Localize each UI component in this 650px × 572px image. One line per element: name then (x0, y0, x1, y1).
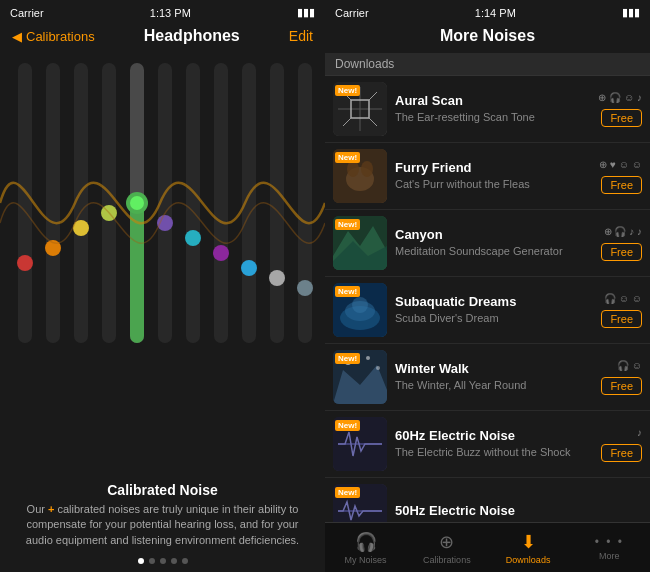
dot-1 (138, 558, 144, 564)
noise-name-aural: Aural Scan (395, 93, 590, 108)
right-battery-icon: ▮▮▮ (622, 6, 640, 19)
tab-calibrations[interactable]: ⊕ Calibrations (406, 531, 487, 565)
back-button[interactable]: ◀ Calibrations (12, 29, 95, 44)
left-nav-bar: ◀ Calibrations Headphones Edit (0, 23, 325, 53)
noise-name-50hz: 50Hz Electric Noise (395, 503, 634, 518)
noise-right-aural: ⊕ 🎧 ☺ ♪ Free (598, 92, 642, 127)
noise-desc-subaquatic: Scuba Diver's Dream (395, 311, 593, 325)
battery-icon: ▮▮▮ (297, 6, 315, 19)
tab-more[interactable]: • • • More (569, 535, 650, 561)
bottom-text-area: Calibrated Noise Our + calibrated noises… (0, 474, 325, 552)
noise-name-furry: Furry Friend (395, 160, 591, 175)
noise-item-aural: New! Aural Scan The Ear-resetting Scan T… (325, 76, 650, 143)
noise-right-60hz: ♪ Free (601, 427, 642, 462)
noise-info-subaquatic: Subaquatic Dreams Scuba Diver's Dream (395, 294, 593, 325)
svg-rect-4 (102, 63, 116, 343)
svg-rect-5 (130, 63, 144, 343)
noise-thumb-winter: New! (333, 350, 387, 404)
svg-point-16 (45, 240, 61, 256)
noise-icons-subaquatic: 🎧 ☺ ☺ (604, 293, 642, 304)
svg-rect-1 (18, 63, 32, 343)
svg-rect-12 (130, 203, 144, 343)
new-badge-50hz: New! (335, 487, 360, 498)
noise-icons-winter: 🎧 ☺ (617, 360, 642, 371)
dot-5 (182, 558, 188, 564)
tab-downloads[interactable]: ⬇ Downloads (488, 531, 569, 565)
svg-rect-11 (298, 63, 312, 343)
svg-point-18 (101, 205, 117, 221)
more-icon: • • • (595, 535, 624, 549)
right-time: 1:14 PM (475, 7, 516, 19)
edit-button[interactable]: Edit (289, 28, 313, 44)
free-button-subaquatic[interactable]: Free (601, 310, 642, 328)
noise-desc-winter: The Winter, All Year Round (395, 378, 593, 392)
noise-desc-aural: The Ear-resetting Scan Tone (395, 110, 590, 124)
noise-right-canyon: ⊕ 🎧 ♪ ♪ Free (601, 226, 642, 261)
back-label: Calibrations (26, 29, 95, 44)
noise-item-60hz: New! 60Hz Electric Noise The Electric Bu… (325, 411, 650, 478)
svg-point-22 (241, 260, 257, 276)
noise-name-winter: Winter Walk (395, 361, 593, 376)
free-button-winter[interactable]: Free (601, 377, 642, 395)
noise-right-subaquatic: 🎧 ☺ ☺ Free (601, 293, 642, 328)
noise-thumb-50hz: New! (333, 484, 387, 522)
free-button-aural[interactable]: Free (601, 109, 642, 127)
noise-icons-60hz: ♪ (637, 427, 642, 438)
svg-point-15 (17, 255, 33, 271)
dot-2 (149, 558, 155, 564)
noise-right-winter: 🎧 ☺ Free (601, 360, 642, 395)
noise-name-canyon: Canyon (395, 227, 593, 242)
free-button-furry[interactable]: Free (601, 176, 642, 194)
noise-desc-60hz: The Electric Buzz without the Shock (395, 445, 593, 459)
noise-info-60hz: 60Hz Electric Noise The Electric Buzz wi… (395, 428, 593, 459)
noise-right-furry: ⊕ ♥ ☺ ☺ Free (599, 159, 642, 194)
noise-desc-furry: Cat's Purr without the Fleas (395, 177, 591, 191)
noise-name-subaquatic: Subaquatic Dreams (395, 294, 593, 309)
free-button-canyon[interactable]: Free (601, 243, 642, 261)
tab-my-noises[interactable]: 🎧 My Noises (325, 531, 406, 565)
noise-info-winter: Winter Walk The Winter, All Year Round (395, 361, 593, 392)
section-header: Downloads (325, 53, 650, 76)
eq-area (0, 53, 325, 474)
noise-item-canyon: New! Canyon Meditation Soundscape Genera… (325, 210, 650, 277)
noise-thumb-subaquatic: New! (333, 283, 387, 337)
new-badge-canyon: New! (335, 219, 360, 230)
noise-item-50hz: New! 50Hz Electric Noise (325, 478, 650, 522)
back-chevron-icon: ◀ (12, 29, 22, 44)
svg-rect-9 (242, 63, 256, 343)
carrier-text: Carrier (10, 7, 44, 19)
noise-icons-furry: ⊕ ♥ ☺ ☺ (599, 159, 642, 170)
svg-point-48 (376, 366, 380, 370)
headphones-icon: 🎧 (355, 531, 377, 553)
left-status-bar: Carrier 1:13 PM ▮▮▮ (0, 0, 325, 23)
svg-rect-0 (0, 53, 325, 353)
noise-list: New! Aural Scan The Ear-resetting Scan T… (325, 76, 650, 522)
page-title: Headphones (144, 27, 240, 45)
tab-bar: 🎧 My Noises ⊕ Calibrations ⬇ Downloads •… (325, 522, 650, 572)
svg-point-17 (73, 220, 89, 236)
tab-downloads-label: Downloads (506, 555, 551, 565)
free-button-60hz[interactable]: Free (601, 444, 642, 462)
svg-point-23 (269, 270, 285, 286)
noise-item-subaquatic: New! Subaquatic Dreams Scuba Diver's Dre… (325, 277, 650, 344)
svg-rect-7 (186, 63, 200, 343)
calibrated-noise-heading: Calibrated Noise (20, 482, 305, 498)
svg-rect-10 (270, 63, 284, 343)
svg-point-47 (366, 356, 370, 360)
svg-point-35 (347, 161, 359, 177)
noise-thumb-canyon: New! (333, 216, 387, 270)
new-badge-60hz: New! (335, 420, 360, 431)
download-icon: ⬇ (521, 531, 536, 553)
noise-thumb-aural: New! (333, 82, 387, 136)
dot-4 (171, 558, 177, 564)
svg-point-13 (126, 192, 148, 214)
new-badge-aural: New! (335, 85, 360, 96)
calibrated-noise-body: Our + calibrated noises are truly unique… (20, 502, 305, 548)
noise-info-aural: Aural Scan The Ear-resetting Scan Tone (395, 93, 590, 124)
svg-point-19 (157, 215, 173, 231)
noise-info-furry: Furry Friend Cat's Purr without the Flea… (395, 160, 591, 191)
svg-rect-2 (46, 63, 60, 343)
noise-item-winter: New! Winter Walk The Winter, All Year Ro… (325, 344, 650, 411)
tab-my-noises-label: My Noises (345, 555, 387, 565)
time-text: 1:13 PM (150, 7, 191, 19)
